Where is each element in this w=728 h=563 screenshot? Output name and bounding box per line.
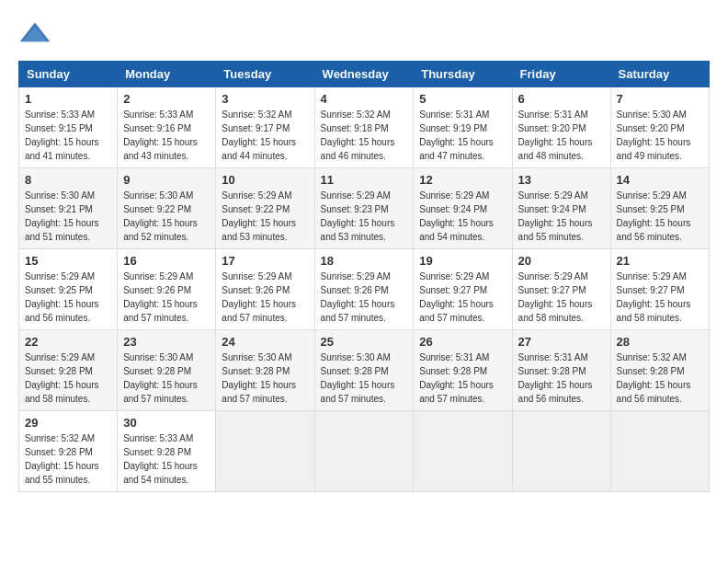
day-number: 10 — [222, 173, 308, 187]
day-number: 21 — [617, 254, 703, 268]
day-info: Sunrise: 5:29 AM Sunset: 9:25 PM Dayligh… — [617, 189, 703, 244]
day-info: Sunrise: 5:32 AM Sunset: 9:28 PM Dayligh… — [25, 431, 111, 487]
day-number: 24 — [222, 335, 308, 349]
logo — [18, 18, 55, 52]
calendar-cell: 3 Sunrise: 5:32 AM Sunset: 9:17 PM Dayli… — [216, 87, 314, 168]
calendar-cell: 29 Sunrise: 5:32 AM Sunset: 9:28 PM Dayl… — [19, 411, 118, 492]
calendar-cell — [610, 411, 709, 492]
calendar-cell: 25 Sunrise: 5:30 AM Sunset: 9:28 PM Dayl… — [314, 330, 414, 411]
day-number: 13 — [518, 173, 605, 187]
day-info: Sunrise: 5:29 AM Sunset: 9:26 PM Dayligh… — [123, 270, 210, 325]
day-number: 12 — [419, 173, 506, 187]
calendar-cell: 17 Sunrise: 5:29 AM Sunset: 9:26 PM Dayl… — [216, 249, 314, 330]
page-header — [18, 18, 710, 52]
calendar-cell: 4 Sunrise: 5:32 AM Sunset: 9:18 PM Dayli… — [314, 87, 414, 168]
calendar-cell: 11 Sunrise: 5:29 AM Sunset: 9:23 PM Dayl… — [314, 168, 414, 249]
day-info: Sunrise: 5:29 AM Sunset: 9:25 PM Dayligh… — [25, 270, 111, 325]
calendar-week-row: 29 Sunrise: 5:32 AM Sunset: 9:28 PM Dayl… — [19, 411, 710, 492]
day-info: Sunrise: 5:32 AM Sunset: 9:17 PM Dayligh… — [222, 108, 308, 163]
calendar-week-row: 22 Sunrise: 5:29 AM Sunset: 9:28 PM Dayl… — [19, 330, 710, 411]
calendar-cell: 6 Sunrise: 5:31 AM Sunset: 9:20 PM Dayli… — [512, 87, 610, 168]
calendar-cell: 5 Sunrise: 5:31 AM Sunset: 9:19 PM Dayli… — [414, 87, 512, 168]
calendar-cell: 26 Sunrise: 5:31 AM Sunset: 9:28 PM Dayl… — [414, 330, 512, 411]
day-number: 11 — [321, 173, 408, 187]
day-info: Sunrise: 5:31 AM Sunset: 9:28 PM Dayligh… — [419, 350, 506, 406]
day-number: 20 — [518, 254, 605, 268]
logo-icon — [18, 18, 51, 52]
day-number: 4 — [321, 92, 408, 106]
day-info: Sunrise: 5:29 AM Sunset: 9:27 PM Dayligh… — [518, 270, 605, 325]
day-info: Sunrise: 5:33 AM Sunset: 9:15 PM Dayligh… — [25, 108, 111, 163]
calendar-cell: 19 Sunrise: 5:29 AM Sunset: 9:27 PM Dayl… — [414, 249, 512, 330]
calendar-week-row: 1 Sunrise: 5:33 AM Sunset: 9:15 PM Dayli… — [19, 87, 710, 168]
day-header-friday: Friday — [512, 62, 610, 87]
day-number: 29 — [25, 416, 111, 430]
day-info: Sunrise: 5:29 AM Sunset: 9:26 PM Dayligh… — [321, 270, 408, 325]
calendar-cell: 9 Sunrise: 5:30 AM Sunset: 9:22 PM Dayli… — [118, 168, 216, 249]
day-number: 19 — [419, 254, 506, 268]
day-number: 6 — [518, 92, 605, 106]
calendar-cell: 23 Sunrise: 5:30 AM Sunset: 9:28 PM Dayl… — [118, 330, 216, 411]
calendar-cell: 16 Sunrise: 5:29 AM Sunset: 9:26 PM Dayl… — [118, 249, 216, 330]
calendar-cell: 14 Sunrise: 5:29 AM Sunset: 9:25 PM Dayl… — [610, 168, 709, 249]
calendar-cell: 30 Sunrise: 5:33 AM Sunset: 9:28 PM Dayl… — [118, 411, 216, 492]
calendar-cell: 12 Sunrise: 5:29 AM Sunset: 9:24 PM Dayl… — [414, 168, 512, 249]
calendar-cell: 1 Sunrise: 5:33 AM Sunset: 9:15 PM Dayli… — [19, 87, 118, 168]
day-number: 14 — [617, 173, 703, 187]
day-number: 18 — [321, 254, 408, 268]
calendar-cell: 2 Sunrise: 5:33 AM Sunset: 9:16 PM Dayli… — [118, 87, 216, 168]
calendar-cell — [414, 411, 512, 492]
day-number: 16 — [123, 254, 210, 268]
calendar-cell: 24 Sunrise: 5:30 AM Sunset: 9:28 PM Dayl… — [216, 330, 314, 411]
day-number: 25 — [321, 335, 408, 349]
day-info: Sunrise: 5:29 AM Sunset: 9:26 PM Dayligh… — [222, 270, 308, 325]
calendar-cell: 7 Sunrise: 5:30 AM Sunset: 9:20 PM Dayli… — [610, 87, 709, 168]
day-info: Sunrise: 5:31 AM Sunset: 9:28 PM Dayligh… — [518, 350, 605, 406]
calendar-cell: 15 Sunrise: 5:29 AM Sunset: 9:25 PM Dayl… — [19, 249, 118, 330]
day-number: 23 — [123, 335, 210, 349]
day-info: Sunrise: 5:29 AM Sunset: 9:27 PM Dayligh… — [419, 270, 506, 325]
calendar-cell: 20 Sunrise: 5:29 AM Sunset: 9:27 PM Dayl… — [512, 249, 610, 330]
calendar-header-row: SundayMondayTuesdayWednesdayThursdayFrid… — [19, 62, 710, 87]
day-info: Sunrise: 5:30 AM Sunset: 9:28 PM Dayligh… — [222, 350, 308, 406]
day-header-saturday: Saturday — [610, 62, 709, 87]
day-info: Sunrise: 5:32 AM Sunset: 9:18 PM Dayligh… — [321, 108, 408, 163]
calendar-table: SundayMondayTuesdayWednesdayThursdayFrid… — [18, 61, 710, 492]
day-info: Sunrise: 5:29 AM Sunset: 9:24 PM Dayligh… — [419, 189, 506, 244]
day-number: 9 — [123, 173, 210, 187]
day-header-tuesday: Tuesday — [216, 62, 314, 87]
day-info: Sunrise: 5:30 AM Sunset: 9:22 PM Dayligh… — [123, 189, 210, 244]
day-number: 8 — [25, 173, 111, 187]
day-info: Sunrise: 5:33 AM Sunset: 9:28 PM Dayligh… — [123, 431, 210, 487]
day-info: Sunrise: 5:33 AM Sunset: 9:16 PM Dayligh… — [123, 108, 210, 163]
calendar-cell — [512, 411, 610, 492]
day-number: 7 — [617, 92, 703, 106]
calendar-week-row: 15 Sunrise: 5:29 AM Sunset: 9:25 PM Dayl… — [19, 249, 710, 330]
day-info: Sunrise: 5:31 AM Sunset: 9:20 PM Dayligh… — [518, 108, 605, 163]
day-info: Sunrise: 5:29 AM Sunset: 9:23 PM Dayligh… — [321, 189, 408, 244]
day-info: Sunrise: 5:29 AM Sunset: 9:22 PM Dayligh… — [222, 189, 308, 244]
day-info: Sunrise: 5:32 AM Sunset: 9:28 PM Dayligh… — [617, 350, 703, 406]
day-info: Sunrise: 5:31 AM Sunset: 9:19 PM Dayligh… — [419, 108, 506, 163]
day-number: 22 — [25, 335, 111, 349]
day-number: 30 — [123, 416, 210, 430]
day-number: 17 — [222, 254, 308, 268]
day-header-thursday: Thursday — [414, 62, 512, 87]
day-info: Sunrise: 5:30 AM Sunset: 9:20 PM Dayligh… — [617, 108, 703, 163]
calendar-cell: 21 Sunrise: 5:29 AM Sunset: 9:27 PM Dayl… — [610, 249, 709, 330]
day-number: 26 — [419, 335, 506, 349]
calendar-cell: 13 Sunrise: 5:29 AM Sunset: 9:24 PM Dayl… — [512, 168, 610, 249]
calendar-cell: 27 Sunrise: 5:31 AM Sunset: 9:28 PM Dayl… — [512, 330, 610, 411]
day-header-monday: Monday — [118, 62, 216, 87]
day-header-sunday: Sunday — [19, 62, 118, 87]
day-info: Sunrise: 5:30 AM Sunset: 9:28 PM Dayligh… — [123, 350, 210, 406]
calendar-cell: 10 Sunrise: 5:29 AM Sunset: 9:22 PM Dayl… — [216, 168, 314, 249]
day-number: 2 — [123, 92, 210, 106]
day-info: Sunrise: 5:29 AM Sunset: 9:24 PM Dayligh… — [518, 189, 605, 244]
day-number: 3 — [222, 92, 308, 106]
day-number: 15 — [25, 254, 111, 268]
day-number: 5 — [419, 92, 506, 106]
day-info: Sunrise: 5:29 AM Sunset: 9:27 PM Dayligh… — [617, 270, 703, 325]
day-number: 27 — [518, 335, 605, 349]
calendar-cell: 22 Sunrise: 5:29 AM Sunset: 9:28 PM Dayl… — [19, 330, 118, 411]
